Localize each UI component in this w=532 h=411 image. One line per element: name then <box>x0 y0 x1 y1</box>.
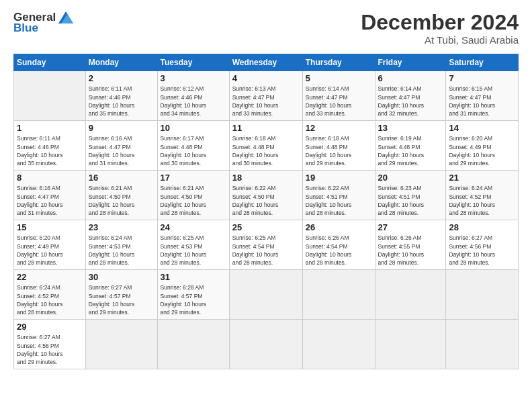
day-number: 1 <box>17 123 83 133</box>
calendar-cell: 8Sunrise: 6:16 AM Sunset: 4:47 PM Daylig… <box>14 171 86 220</box>
calendar-week-6: 29Sunrise: 6:27 AM Sunset: 4:56 PM Dayli… <box>14 320 519 369</box>
day-number: 3 <box>161 73 226 83</box>
calendar-cell: 17Sunrise: 6:21 AM Sunset: 4:50 PM Dayli… <box>157 171 229 220</box>
calendar-cell <box>375 320 446 369</box>
day-number: 13 <box>378 123 443 133</box>
calendar-cell: 22Sunrise: 6:24 AM Sunset: 4:52 PM Dayli… <box>14 270 86 320</box>
calendar-cell: 2Sunrise: 6:11 AM Sunset: 4:46 PM Daylig… <box>85 71 157 121</box>
day-info: Sunrise: 6:14 AM Sunset: 4:47 PM Dayligh… <box>378 85 443 118</box>
day-number: 7 <box>449 73 515 83</box>
day-number: 25 <box>232 222 300 232</box>
day-info: Sunrise: 6:26 AM Sunset: 4:55 PM Dayligh… <box>378 234 443 267</box>
calendar-cell: 14Sunrise: 6:20 AM Sunset: 4:49 PM Dayli… <box>446 121 519 171</box>
day-info: Sunrise: 6:11 AM Sunset: 4:46 PM Dayligh… <box>17 134 83 167</box>
calendar-week-2: 1Sunrise: 6:11 AM Sunset: 4:46 PM Daylig… <box>14 121 519 171</box>
day-number: 22 <box>17 272 83 282</box>
days-header-row: Sunday Monday Tuesday Wednesday Thursday… <box>14 54 519 71</box>
calendar-cell: 5Sunrise: 6:14 AM Sunset: 4:47 PM Daylig… <box>302 71 375 121</box>
day-number: 19 <box>306 173 372 183</box>
day-number: 18 <box>232 173 300 183</box>
calendar-cell: 6Sunrise: 6:14 AM Sunset: 4:47 PM Daylig… <box>375 71 446 121</box>
header-thursday: Thursday <box>302 54 375 71</box>
calendar-cell <box>375 270 446 320</box>
day-info: Sunrise: 6:13 AM Sunset: 4:47 PM Dayligh… <box>232 85 300 118</box>
page-container: General Blue December 2024 At Tubi, Saud… <box>0 0 532 376</box>
calendar-cell: 23Sunrise: 6:24 AM Sunset: 4:53 PM Dayli… <box>85 220 157 270</box>
day-info: Sunrise: 6:26 AM Sunset: 4:54 PM Dayligh… <box>306 234 372 267</box>
day-info: Sunrise: 6:22 AM Sunset: 4:50 PM Dayligh… <box>232 184 300 217</box>
day-number: 4 <box>232 73 300 83</box>
calendar-cell: 26Sunrise: 6:26 AM Sunset: 4:54 PM Dayli… <box>302 220 375 270</box>
calendar-cell <box>85 320 157 369</box>
day-info: Sunrise: 6:17 AM Sunset: 4:48 PM Dayligh… <box>161 134 226 167</box>
header-sunday: Sunday <box>14 54 86 71</box>
day-info: Sunrise: 6:27 AM Sunset: 4:56 PM Dayligh… <box>449 234 515 267</box>
day-info: Sunrise: 6:12 AM Sunset: 4:46 PM Dayligh… <box>161 85 226 118</box>
calendar-cell: 25Sunrise: 6:25 AM Sunset: 4:54 PM Dayli… <box>229 220 302 270</box>
calendar-week-4: 15Sunrise: 6:20 AM Sunset: 4:49 PM Dayli… <box>14 220 519 270</box>
calendar-cell <box>14 71 86 121</box>
day-info: Sunrise: 6:23 AM Sunset: 4:51 PM Dayligh… <box>378 184 443 217</box>
day-info: Sunrise: 6:24 AM Sunset: 4:53 PM Dayligh… <box>89 234 154 267</box>
day-number: 17 <box>161 173 226 183</box>
calendar-cell <box>446 270 519 320</box>
day-number: 31 <box>161 272 226 282</box>
calendar-cell: 29Sunrise: 6:27 AM Sunset: 4:56 PM Dayli… <box>14 320 86 369</box>
calendar-cell <box>157 320 229 369</box>
day-number: 20 <box>378 173 443 183</box>
header-wednesday: Wednesday <box>229 54 302 71</box>
day-info: Sunrise: 6:15 AM Sunset: 4:47 PM Dayligh… <box>449 85 515 118</box>
calendar-cell: 9Sunrise: 6:16 AM Sunset: 4:47 PM Daylig… <box>85 121 157 171</box>
day-info: Sunrise: 6:25 AM Sunset: 4:54 PM Dayligh… <box>232 234 300 267</box>
day-number: 26 <box>306 222 372 232</box>
calendar-cell: 13Sunrise: 6:19 AM Sunset: 4:48 PM Dayli… <box>375 121 446 171</box>
logo-icon <box>58 11 73 24</box>
day-number: 30 <box>89 272 154 282</box>
calendar-table: Sunday Monday Tuesday Wednesday Thursday… <box>13 54 519 369</box>
day-number: 15 <box>17 222 83 232</box>
calendar-cell: 24Sunrise: 6:25 AM Sunset: 4:53 PM Dayli… <box>157 220 229 270</box>
day-number: 10 <box>161 123 226 133</box>
calendar-week-1: 2Sunrise: 6:11 AM Sunset: 4:46 PM Daylig… <box>14 71 519 121</box>
day-info: Sunrise: 6:18 AM Sunset: 4:48 PM Dayligh… <box>232 134 300 167</box>
day-number: 16 <box>89 173 154 183</box>
day-number: 14 <box>449 123 515 133</box>
day-info: Sunrise: 6:18 AM Sunset: 4:48 PM Dayligh… <box>306 134 372 167</box>
calendar-cell <box>229 320 302 369</box>
calendar-cell: 15Sunrise: 6:20 AM Sunset: 4:49 PM Dayli… <box>14 220 86 270</box>
page-header: General Blue December 2024 At Tubi, Saud… <box>13 11 519 46</box>
calendar-cell: 28Sunrise: 6:27 AM Sunset: 4:56 PM Dayli… <box>446 220 519 270</box>
day-number: 2 <box>89 73 154 83</box>
calendar-cell: 1Sunrise: 6:11 AM Sunset: 4:46 PM Daylig… <box>14 121 86 171</box>
calendar-cell <box>302 270 375 320</box>
day-info: Sunrise: 6:21 AM Sunset: 4:50 PM Dayligh… <box>89 184 154 217</box>
header-monday: Monday <box>85 54 157 71</box>
day-info: Sunrise: 6:19 AM Sunset: 4:48 PM Dayligh… <box>378 134 443 167</box>
day-info: Sunrise: 6:22 AM Sunset: 4:51 PM Dayligh… <box>306 184 372 217</box>
logo-blue-text: Blue <box>13 21 38 35</box>
day-info: Sunrise: 6:16 AM Sunset: 4:47 PM Dayligh… <box>89 134 154 167</box>
header-saturday: Saturday <box>446 54 519 71</box>
calendar-cell <box>229 270 302 320</box>
day-info: Sunrise: 6:25 AM Sunset: 4:53 PM Dayligh… <box>161 234 226 267</box>
day-info: Sunrise: 6:20 AM Sunset: 4:49 PM Dayligh… <box>17 234 83 267</box>
day-number: 29 <box>17 322 83 332</box>
day-number: 8 <box>17 173 83 183</box>
calendar-cell <box>302 320 375 369</box>
calendar-week-3: 8Sunrise: 6:16 AM Sunset: 4:47 PM Daylig… <box>14 171 519 220</box>
day-info: Sunrise: 6:11 AM Sunset: 4:46 PM Dayligh… <box>89 85 154 118</box>
header-tuesday: Tuesday <box>157 54 229 71</box>
day-info: Sunrise: 6:14 AM Sunset: 4:47 PM Dayligh… <box>306 85 372 118</box>
day-info: Sunrise: 6:27 AM Sunset: 4:57 PM Dayligh… <box>89 283 154 316</box>
calendar-cell: 21Sunrise: 6:24 AM Sunset: 4:52 PM Dayli… <box>446 171 519 220</box>
calendar-cell <box>446 320 519 369</box>
calendar-cell: 19Sunrise: 6:22 AM Sunset: 4:51 PM Dayli… <box>302 171 375 220</box>
day-number: 21 <box>449 173 515 183</box>
day-number: 27 <box>378 222 443 232</box>
calendar-cell: 16Sunrise: 6:21 AM Sunset: 4:50 PM Dayli… <box>85 171 157 220</box>
day-number: 5 <box>306 73 372 83</box>
header-friday: Friday <box>375 54 446 71</box>
calendar-cell: 4Sunrise: 6:13 AM Sunset: 4:47 PM Daylig… <box>229 71 302 121</box>
calendar-cell: 10Sunrise: 6:17 AM Sunset: 4:48 PM Dayli… <box>157 121 229 171</box>
calendar-cell: 11Sunrise: 6:18 AM Sunset: 4:48 PM Dayli… <box>229 121 302 171</box>
